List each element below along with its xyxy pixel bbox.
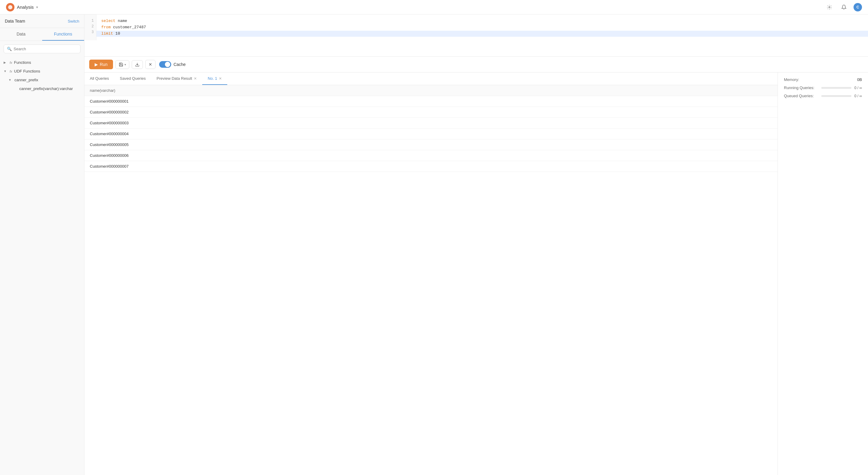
- search-input[interactable]: [13, 47, 77, 51]
- tab-functions[interactable]: Functions: [42, 28, 84, 41]
- notifications-icon[interactable]: [839, 2, 849, 12]
- download-icon: [135, 62, 140, 67]
- title-chevron-icon[interactable]: ▾: [36, 5, 38, 9]
- functions-root-arrow: ▶: [4, 61, 8, 64]
- udf-arrow: ▼: [4, 70, 8, 73]
- table-row: Customer#000000005: [84, 139, 778, 150]
- all-queries-label: All Queries: [90, 76, 109, 81]
- table-row: Customer#000000006: [84, 150, 778, 161]
- sidebar-tabs: Data Functions: [0, 28, 84, 41]
- line-number-2: 2: [88, 24, 94, 30]
- save-dropdown-arrow[interactable]: ▾: [124, 63, 126, 66]
- row-value-5: Customer#000000005: [90, 142, 129, 147]
- row-value-4: Customer#000000004: [90, 132, 129, 136]
- settings-icon[interactable]: [825, 2, 834, 12]
- editor-toolbar: ▶ Run ▾: [84, 57, 868, 72]
- app-title: Analysis: [17, 4, 34, 10]
- canner-prefix-arrow: ▼: [8, 78, 13, 81]
- tab-saved-queries[interactable]: Saved Queries: [115, 72, 151, 85]
- tree-item-canner-prefix-fn[interactable]: canner_prefix(varchar):varchar: [0, 84, 84, 93]
- run-button[interactable]: ▶ Run: [89, 60, 113, 69]
- tree-item-functions-root[interactable]: ▶ fx Functions: [0, 58, 84, 67]
- search-input-wrap: 🔍: [4, 44, 81, 53]
- functions-root-label: Functions: [14, 60, 31, 65]
- toggle-thumb: [165, 62, 170, 67]
- code-editor-inner: 1 2 3 select name from customer_27487 li…: [84, 14, 868, 40]
- saved-queries-label: Saved Queries: [120, 76, 146, 81]
- team-header: Data Team Switch: [0, 14, 84, 28]
- topbar-left: Analysis ▾: [6, 3, 38, 11]
- cache-toggle[interactable]: [159, 61, 171, 68]
- memory-value: 0B: [857, 77, 862, 82]
- stop-button[interactable]: ✕: [145, 60, 156, 69]
- line-numbers: 1 2 3: [84, 14, 96, 40]
- queued-queries-bar: [821, 95, 851, 97]
- row-value-6: Customer#000000006: [90, 153, 129, 158]
- canner-prefix-label: canner_prefix: [14, 78, 38, 82]
- main-layout: Data Team Switch Data Functions 🔍 ▶ fx F…: [0, 14, 868, 475]
- tab-all-queries[interactable]: All Queries: [84, 72, 115, 85]
- tab-data[interactable]: Data: [0, 28, 42, 41]
- cache-toggle-wrap: Cache: [159, 61, 186, 68]
- row-value-7: Customer#000000007: [90, 164, 129, 169]
- team-switch-button[interactable]: Switch: [68, 19, 79, 24]
- cache-label: Cache: [174, 62, 186, 67]
- results-area: All Queries Saved Queries Preview Data R…: [84, 72, 868, 475]
- line-number-1: 1: [88, 18, 94, 24]
- results-main: All Queries Saved Queries Preview Data R…: [84, 72, 778, 475]
- udf-functions-label: UDF Functions: [14, 69, 40, 73]
- running-queries-row: Running Queries: 0 / ∞: [784, 86, 862, 90]
- code-line-2: from customer_27487: [101, 24, 863, 31]
- fx-icon-udf: fx: [10, 70, 12, 73]
- queued-queries-label: Queued Queries:: [784, 94, 814, 98]
- user-avatar[interactable]: C: [854, 3, 862, 11]
- app-logo: [6, 3, 14, 11]
- editor-area: 1 2 3 select name from customer_27487 li…: [84, 14, 868, 475]
- run-label: Run: [100, 62, 107, 67]
- queued-queries-bar-wrap: 0 / ∞: [821, 94, 862, 98]
- download-button[interactable]: [132, 60, 143, 69]
- running-queries-label: Running Queries:: [784, 86, 814, 90]
- running-queries-bar: [821, 87, 851, 89]
- table-row: Customer#000000003: [84, 118, 778, 129]
- sidebar-tree: ▶ fx Functions ▼ fx UDF Functions ▼ cann…: [0, 57, 84, 475]
- memory-label: Memory:: [784, 77, 799, 82]
- app-container: Analysis ▾ C Data Team Switch: [0, 0, 868, 475]
- table-row: Customer#000000004: [84, 129, 778, 139]
- team-name: Data Team: [5, 19, 25, 24]
- code-line-1: select name: [101, 18, 863, 24]
- topbar: Analysis ▾ C: [0, 0, 868, 14]
- tree-item-udf-functions[interactable]: ▼ fx UDF Functions: [0, 67, 84, 75]
- logo-inner: [8, 5, 12, 9]
- line-number-3: 3: [88, 30, 94, 35]
- results-tabs: All Queries Saved Queries Preview Data R…: [84, 72, 778, 85]
- topbar-right: C: [825, 2, 862, 12]
- code-editor[interactable]: 1 2 3 select name from customer_27487 li…: [84, 14, 868, 57]
- queued-queries-row: Queued Queries: 0 / ∞: [784, 94, 862, 98]
- stats-panel: Memory: 0B Running Queries: 0 / ∞: [778, 72, 868, 475]
- row-value-1: Customer#000000001: [90, 99, 129, 104]
- queued-queries-value: 0 / ∞: [855, 94, 862, 98]
- no1-close-icon[interactable]: ✕: [219, 76, 222, 81]
- stop-icon: ✕: [149, 62, 152, 67]
- column-header-name: name(varchar): [90, 88, 116, 93]
- tree-item-canner-prefix[interactable]: ▼ canner_prefix: [0, 75, 84, 84]
- search-icon: 🔍: [7, 47, 12, 51]
- tab-no-1[interactable]: No. 1 ✕: [202, 72, 227, 85]
- canner-prefix-fn-label: canner_prefix(varchar):varchar: [19, 87, 73, 91]
- no1-label: No. 1: [208, 76, 217, 81]
- search-section: 🔍: [0, 41, 84, 57]
- table-row: Customer#000000001: [84, 96, 778, 107]
- sidebar: Data Team Switch Data Functions 🔍 ▶ fx F…: [0, 14, 84, 475]
- running-queries-value: 0 / ∞: [855, 86, 862, 90]
- save-icon: [119, 62, 123, 67]
- results-table: name(varchar) Customer#000000001 Custome…: [84, 85, 778, 475]
- save-button[interactable]: ▾: [116, 60, 129, 69]
- table-row: Customer#000000002: [84, 107, 778, 118]
- preview-data-close-icon[interactable]: ✕: [194, 76, 197, 81]
- fx-icon: fx: [10, 61, 12, 64]
- row-value-2: Customer#000000002: [90, 110, 129, 114]
- run-icon: ▶: [95, 62, 98, 67]
- tab-preview-data-result[interactable]: Preview Data Result ✕: [151, 72, 203, 85]
- code-lines: select name from customer_27487 limit 10: [96, 14, 868, 40]
